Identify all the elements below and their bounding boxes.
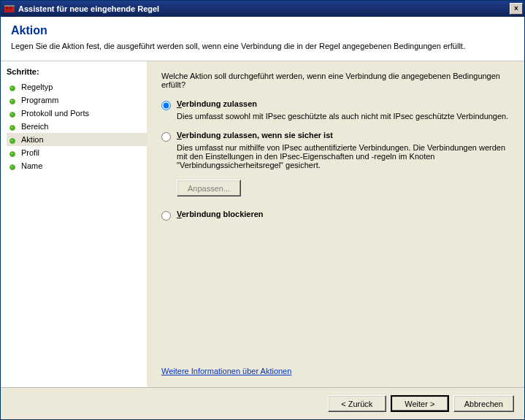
sidebar-title: Schritte: <box>7 67 147 76</box>
sidebar-step[interactable]: Profil <box>7 146 147 159</box>
svg-point-10 <box>10 126 15 131</box>
radio-allow_secure[interactable] <box>161 132 171 142</box>
svg-point-12 <box>10 139 15 144</box>
titlebar: Assistent für neue eingehende Regel × <box>1 1 524 17</box>
body: Schritte: RegeltypProgrammProtokoll und … <box>1 61 524 387</box>
sidebar-step[interactable]: Bereich <box>7 120 147 133</box>
main-panel: Welche Aktion soll durchgeführt werden, … <box>147 61 524 387</box>
sidebar-step-label: Regeltyp <box>21 83 53 91</box>
svg-point-9 <box>11 113 12 115</box>
page-heading: Aktion <box>11 24 514 37</box>
svg-point-4 <box>10 86 15 91</box>
next-button[interactable]: Weiter > <box>391 395 449 412</box>
sidebar-step[interactable]: Regeltyp <box>7 80 147 93</box>
header: Aktion Legen Sie die Aktion fest, die au… <box>1 17 524 61</box>
svg-point-13 <box>11 140 12 141</box>
svg-point-7 <box>11 100 12 102</box>
step-bullet-icon <box>9 150 15 156</box>
sidebar: Schritte: RegeltypProgrammProtokoll und … <box>1 61 147 387</box>
sidebar-step[interactable]: Aktion <box>7 133 147 146</box>
step-bullet-icon <box>9 84 15 90</box>
svg-point-6 <box>10 99 15 104</box>
svg-rect-3 <box>9 7 12 9</box>
step-bullet-icon <box>9 97 15 103</box>
sidebar-step-label: Profil <box>21 148 39 157</box>
radio-label-block[interactable]: Verbindung blockieren <box>177 210 264 218</box>
sidebar-step-label: Protokoll und Ports <box>21 109 89 118</box>
help-link[interactable]: Weitere Informationen über Aktionen <box>161 367 510 375</box>
button-bar: < Zurück Weiter > Abbrechen <box>1 387 524 419</box>
radio-label-allow[interactable]: Verbindung zulassen <box>177 99 257 108</box>
close-button[interactable]: × <box>510 3 523 15</box>
svg-rect-2 <box>6 7 8 9</box>
sidebar-step[interactable]: Name <box>7 159 147 172</box>
sidebar-step[interactable]: Protokoll und Ports <box>7 107 147 120</box>
radio-desc-allow_secure: Dies umfasst nur mithilfe von IPsec auth… <box>177 143 510 169</box>
radio-option-allow_secure: Verbindung zulassen, wenn sie sicher ist <box>161 131 510 142</box>
window-title: Assistent für neue eingehende Regel <box>18 4 510 13</box>
radio-desc-allow: Dies umfasst sowohl mit IPsec geschützte… <box>177 112 510 121</box>
sidebar-step-label: Programm <box>21 96 58 104</box>
svg-point-17 <box>11 166 12 167</box>
svg-point-14 <box>10 152 15 157</box>
wizard-window: Assistent für neue eingehende Regel × Ak… <box>0 0 525 420</box>
svg-point-8 <box>10 112 15 118</box>
radio-label-allow_secure[interactable]: Verbindung zulassen, wenn sie sicher ist <box>177 131 333 140</box>
radio-block[interactable] <box>161 211 171 221</box>
svg-rect-1 <box>4 5 15 7</box>
app-icon <box>4 3 15 15</box>
svg-point-11 <box>11 126 12 128</box>
question-text: Welche Aktion soll durchgeführt werden, … <box>161 72 510 89</box>
radio-option-block: Verbindung blockieren <box>161 210 510 221</box>
customize-button: Anpassen... <box>177 180 241 196</box>
svg-point-16 <box>10 165 15 170</box>
radio-allow[interactable] <box>161 101 171 110</box>
step-bullet-icon <box>9 123 15 129</box>
sidebar-step[interactable]: Programm <box>7 93 147 107</box>
sidebar-step-label: Name <box>21 161 42 170</box>
back-button[interactable]: < Zurück <box>328 395 386 412</box>
step-bullet-icon <box>9 163 15 169</box>
svg-point-15 <box>11 153 12 154</box>
sidebar-step-label: Aktion <box>21 135 44 144</box>
sidebar-step-label: Bereich <box>21 122 48 131</box>
step-bullet-icon <box>9 137 15 142</box>
page-description: Legen Sie die Aktion fest, die ausgeführ… <box>11 42 514 50</box>
radio-option-allow: Verbindung zulassen <box>161 99 510 110</box>
step-bullet-icon <box>9 110 15 116</box>
svg-point-5 <box>11 87 12 88</box>
cancel-button[interactable]: Abbrechen <box>453 395 514 412</box>
